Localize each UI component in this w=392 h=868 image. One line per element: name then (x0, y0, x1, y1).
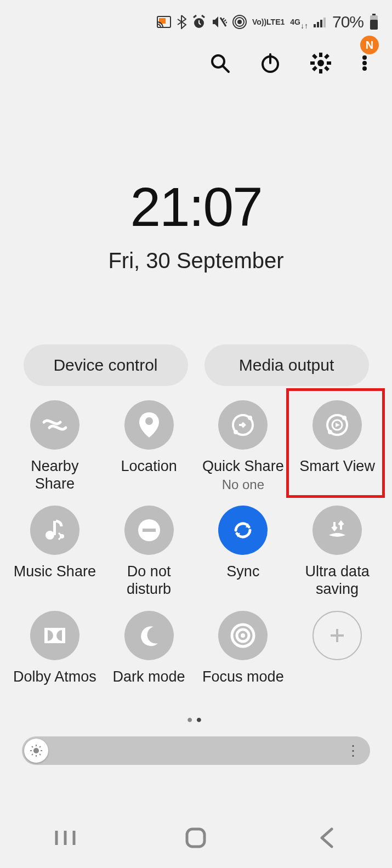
brightness-row: ⋮ (0, 725, 392, 765)
svg-line-56 (39, 746, 41, 747)
svg-rect-11 (372, 14, 376, 15)
alarm-icon (192, 15, 206, 29)
control-pills: Device control Media output (0, 344, 392, 386)
svg-point-29 (362, 66, 367, 71)
svg-point-4 (237, 20, 242, 24)
media-output-button[interactable]: Media output (204, 344, 369, 386)
svg-rect-61 (187, 829, 204, 847)
power-button[interactable] (258, 51, 282, 75)
clock-date: Fri, 30 September (0, 248, 392, 273)
svg-rect-26 (312, 66, 317, 71)
svg-rect-9 (320, 20, 322, 27)
hotspot-icon (232, 15, 247, 29)
tile-label: Nearby Share (10, 457, 100, 493)
tile-label: Music Share (14, 563, 96, 580)
tile-music-share[interactable]: Music Share (10, 506, 100, 599)
clock-time: 21:07 (0, 175, 392, 239)
more-button[interactable] (359, 51, 370, 75)
battery-percentage: 70% (332, 13, 363, 31)
tile-label: Location (121, 457, 177, 475)
tile-do-not-disturb[interactable]: Do not disturb (104, 506, 194, 599)
tile-dark-mode[interactable]: Dark mode (104, 611, 194, 704)
svg-rect-25 (324, 54, 329, 59)
music-share-icon (30, 506, 79, 555)
notification-badge: N (360, 36, 379, 54)
svg-rect-8 (317, 22, 319, 27)
svg-rect-24 (324, 66, 329, 71)
svg-rect-42 (143, 529, 156, 532)
panel-toolbar: N (0, 33, 392, 82)
dark-mode-icon (124, 611, 174, 660)
tile-location[interactable]: Location (104, 400, 194, 493)
brightness-thumb[interactable] (24, 739, 48, 763)
svg-rect-13 (370, 20, 378, 30)
nav-home-button[interactable] (179, 821, 212, 854)
cast-icon (157, 16, 171, 28)
plus-icon (313, 611, 362, 660)
svg-rect-10 (323, 18, 326, 27)
svg-rect-7 (314, 24, 316, 27)
dnd-icon (124, 506, 174, 555)
smart-view-icon (313, 400, 362, 450)
dolby-icon (30, 611, 79, 660)
tile-smart-view[interactable]: Smart View (292, 400, 382, 493)
svg-point-46 (241, 633, 245, 638)
svg-line-57 (32, 754, 33, 755)
nearby-share-icon (30, 400, 79, 450)
clock-area: 21:07 Fri, 30 September (0, 175, 392, 273)
battery-icon (369, 14, 379, 30)
svg-rect-22 (327, 61, 331, 65)
bluetooth-icon (177, 15, 186, 29)
tile-label: Ultra data saving (292, 563, 382, 598)
svg-rect-23 (312, 54, 317, 59)
svg-point-32 (248, 416, 252, 420)
network-type-indicator: 4G↓↑ (290, 14, 308, 30)
tile-ultra-data-saving[interactable]: Ultra data saving (292, 506, 382, 599)
svg-point-36 (328, 430, 332, 434)
search-button[interactable] (208, 51, 232, 75)
focus-mode-icon (218, 611, 268, 660)
settings-button[interactable] (309, 51, 333, 75)
volte-indicator: Vo))LTE1 (252, 18, 285, 26)
tile-label: Do not disturb (104, 563, 194, 598)
svg-point-35 (342, 416, 346, 420)
svg-line-55 (39, 754, 41, 755)
status-bar: Vo))LTE1 4G↓↑ 70% (0, 0, 392, 33)
brightness-slider[interactable]: ⋮ (22, 736, 370, 765)
ultra-data-icon (313, 506, 362, 555)
svg-point-28 (362, 61, 367, 65)
svg-line-54 (32, 746, 33, 747)
tile-add[interactable] (292, 611, 382, 704)
tile-label: Sync (226, 563, 259, 580)
tile-quick-share[interactable]: Quick Share No one (198, 400, 288, 493)
svg-rect-21 (310, 61, 315, 65)
svg-line-15 (223, 66, 229, 72)
brightness-more-icon[interactable]: ⋮ (346, 747, 360, 754)
tile-sublabel: No one (222, 477, 264, 492)
tile-label: Smart View (299, 457, 375, 475)
svg-point-27 (362, 55, 367, 60)
tile-label: Dolby Atmos (13, 668, 96, 685)
device-control-button[interactable]: Device control (24, 344, 188, 386)
system-nav-bar (0, 808, 392, 868)
tile-dolby-atmos[interactable]: Dolby Atmos (10, 611, 100, 704)
svg-rect-43 (44, 628, 65, 643)
svg-rect-19 (319, 53, 322, 57)
signal-icon (314, 16, 327, 27)
tile-label: Quick Share (202, 457, 284, 475)
nav-recents-button[interactable] (49, 821, 82, 854)
tile-nearby-share[interactable]: Nearby Share (10, 400, 100, 493)
svg-point-38 (46, 531, 54, 540)
svg-rect-39 (53, 521, 56, 535)
mute-vibrate-icon (212, 15, 227, 29)
tile-label: Dark mode (113, 668, 185, 685)
nav-back-button[interactable] (310, 821, 343, 854)
tile-label: Focus mode (202, 668, 284, 685)
tile-focus-mode[interactable]: Focus mode (198, 611, 288, 704)
location-icon (124, 400, 174, 450)
quick-share-icon (218, 400, 268, 450)
sync-icon (218, 506, 268, 555)
svg-point-18 (317, 60, 324, 66)
page-indicator: ●● (0, 714, 392, 725)
tile-sync[interactable]: Sync (198, 506, 288, 599)
